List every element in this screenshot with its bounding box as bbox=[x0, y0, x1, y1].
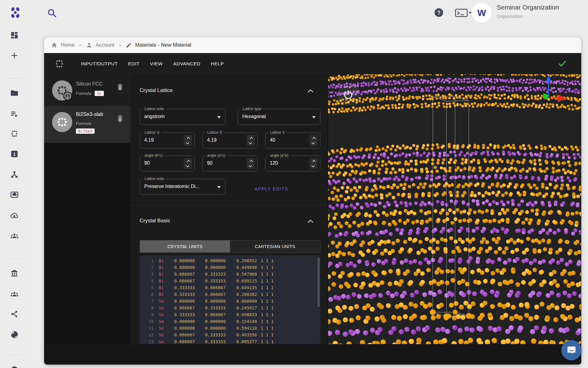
image-library-icon[interactable] bbox=[10, 190, 19, 199]
console-dropdown-icon[interactable] bbox=[455, 8, 472, 17]
tab-cartesian-units[interactable]: CARTESIAN UNITS bbox=[230, 240, 320, 252]
basis-row[interactable]: 12Se0.6666670.3333330.4035561 1 1 bbox=[140, 332, 320, 338]
crystal-editor-panel: Crystal Lattice Lattice units angstrom L… bbox=[130, 74, 328, 344]
basis-units-tabs: CRYSTAL UNITS CARTESIAN UNITS bbox=[140, 240, 320, 253]
material-item-silicon-fcc[interactable]: Silicon FCC Formula:Si bbox=[44, 74, 130, 106]
menu-view[interactable]: VIEW bbox=[145, 58, 168, 70]
basis-row[interactable]: 10Se0.0000000.0000000.1541401 1 1 bbox=[140, 318, 320, 325]
share-icon[interactable] bbox=[10, 310, 19, 318]
basis-row[interactable]: 8Se0.6666670.3333330.2494171 1 1 bbox=[140, 305, 320, 311]
edit-mode-select[interactable]: Lattice units Preserve Interatomic Di... bbox=[140, 179, 225, 195]
lattice-units-select[interactable]: Lattice units angstrom bbox=[140, 109, 225, 125]
basis-table-scrollbar[interactable] bbox=[318, 258, 320, 307]
basis-row[interactable]: 1Bi0.0000000.0000000.2985521 1 1 bbox=[140, 257, 320, 264]
menu-items: INPUT/OUTPUT EDIT VIEW ADVANCED HELP bbox=[76, 58, 229, 70]
breadcrumb-home[interactable]: Home bbox=[51, 42, 74, 48]
menu-advanced[interactable]: ADVANCED bbox=[168, 58, 205, 70]
editor-menubar: INPUT/OUTPUT EDIT VIEW ADVANCED HELP bbox=[44, 53, 581, 74]
workflow-hub-icon[interactable] bbox=[10, 170, 19, 179]
number-stepper[interactable] bbox=[247, 158, 255, 169]
org-name: Seminar Organization bbox=[497, 4, 559, 11]
basis-row[interactable]: 9Se0.3333330.6666670.4988331 1 1 bbox=[140, 311, 320, 318]
delete-material-icon[interactable] bbox=[116, 83, 124, 91]
basis-row[interactable]: 11Se0.0000000.0000000.5941101 1 1 bbox=[140, 325, 320, 332]
chat-fab[interactable] bbox=[561, 340, 582, 360]
svg-text:1: 1 bbox=[13, 151, 16, 157]
angle-ac-input[interactable]: angle (a^c) 90 bbox=[202, 155, 258, 171]
materials-list-panel: Silicon FCC Formula:Si bbox=[44, 74, 130, 344]
globe-secondary-icon[interactable] bbox=[10, 366, 19, 368]
saved-check-icon bbox=[558, 60, 567, 67]
menu-edit[interactable]: EDIT bbox=[123, 58, 145, 70]
menu-input-output[interactable]: INPUT/OUTPUT bbox=[76, 58, 123, 70]
breadcrumb: Home > Account > Materials - New Materia… bbox=[44, 37, 581, 53]
bank-icon[interactable] bbox=[10, 269, 19, 278]
cloud-upload-icon[interactable] bbox=[10, 211, 19, 220]
avatar[interactable]: W bbox=[472, 3, 492, 23]
jobs-one-icon[interactable]: 1 bbox=[10, 150, 19, 158]
globe-icon[interactable] bbox=[10, 330, 19, 339]
formula-chip: Si bbox=[95, 91, 104, 96]
material-item-bi2se3-slab[interactable]: Bi2Se3-slab Formula: Bi3Se5 bbox=[44, 106, 130, 143]
number-stepper[interactable] bbox=[309, 158, 318, 169]
lattice-a-input[interactable]: Lattice 'a' 4.19 bbox=[140, 132, 195, 148]
lattice-type-select[interactable]: Lattice type Hexagonal bbox=[238, 109, 320, 125]
chevron-down-icon bbox=[312, 116, 316, 118]
basis-row[interactable]: 3Bi0.6666670.3333330.5479681 1 1 bbox=[140, 271, 320, 278]
basis-row[interactable]: 2Bi0.0000000.0000000.4496981 1 1 bbox=[140, 264, 320, 271]
pencil-icon bbox=[126, 42, 132, 48]
groups-icon[interactable] bbox=[10, 232, 19, 240]
left-rail: 1 bbox=[0, 0, 36, 368]
axis-z-arrow bbox=[546, 75, 551, 82]
number-stepper[interactable] bbox=[184, 158, 192, 169]
number-stepper[interactable] bbox=[247, 135, 255, 146]
basis-row[interactable]: 4Bi0.6666670.3333330.6991151 1 1 bbox=[140, 278, 320, 284]
collapse-basis-icon[interactable] bbox=[307, 219, 314, 223]
delete-material-icon[interactable] bbox=[116, 114, 124, 122]
rail-divider bbox=[8, 258, 23, 259]
search-icon[interactable] bbox=[47, 8, 57, 18]
apply-edits-button[interactable]: APPLY EDITS bbox=[244, 184, 299, 194]
org-info[interactable]: Seminar Organization Organisation bbox=[497, 4, 559, 19]
section-divider bbox=[130, 205, 328, 205]
basis-row[interactable]: 6Bi0.3333330.6666670.2002821 1 1 bbox=[140, 291, 320, 298]
crystal-lattice-title: Crystal Lattice bbox=[140, 87, 173, 94]
angle-bc-input[interactable]: angle (b^c) 90 bbox=[140, 155, 195, 171]
breadcrumb-separator: > bbox=[119, 43, 122, 48]
team-icon[interactable] bbox=[10, 290, 19, 298]
axes-gizmo[interactable] bbox=[530, 74, 579, 108]
breadcrumb-account[interactable]: Account bbox=[86, 42, 114, 48]
chat-bubble-icon bbox=[566, 345, 577, 355]
angle-ab-input[interactable]: angle (a^b) 120 bbox=[265, 155, 320, 171]
power-button[interactable] bbox=[338, 84, 359, 105]
collapse-lattice-icon[interactable] bbox=[307, 89, 314, 93]
basis-table[interactable]: 1Bi0.0000000.0000000.2985521 1 12Bi0.000… bbox=[140, 255, 320, 344]
help-icon[interactable]: ? bbox=[434, 8, 444, 17]
lattice-b-input[interactable]: Lattice 'b' 4.19 bbox=[202, 132, 258, 148]
breadcrumb-separator: > bbox=[79, 43, 81, 48]
number-stepper[interactable] bbox=[184, 135, 192, 146]
number-stepper[interactable] bbox=[309, 135, 318, 146]
page-title: Materials - New Material bbox=[135, 42, 191, 48]
menu-help[interactable]: HELP bbox=[205, 58, 229, 70]
structure-3d-viewport[interactable] bbox=[328, 74, 581, 344]
person-icon bbox=[86, 42, 92, 48]
folder-icon[interactable] bbox=[10, 89, 19, 98]
home-icon bbox=[51, 42, 58, 48]
lattice-c-input[interactable]: Lattice 'c' 40 bbox=[265, 132, 320, 148]
basis-row[interactable]: 7Se0.0000000.0000000.0000001 1 1 bbox=[140, 298, 320, 305]
dashboard-icon[interactable] bbox=[10, 31, 19, 40]
basis-table-body: 1Bi0.0000000.0000000.2985521 1 12Bi0.000… bbox=[140, 257, 320, 344]
breadcrumb-current-page[interactable]: Materials - New Material bbox=[126, 42, 191, 48]
molecule-icon[interactable] bbox=[10, 129, 19, 138]
material-avatar bbox=[51, 111, 73, 133]
axis-y-arrow bbox=[543, 93, 548, 100]
crystal-basis-title: Crystal Basis bbox=[140, 218, 170, 224]
org-type: Organisation bbox=[497, 13, 559, 19]
add-icon[interactable] bbox=[10, 51, 19, 60]
basis-row[interactable]: 5Bi0.3333330.6666670.0491351 1 1 bbox=[140, 284, 320, 291]
tab-crystal-units[interactable]: CRYSTAL UNITS bbox=[140, 240, 230, 252]
basis-row[interactable]: 13Se0.6666670.3333330.0952771 1 1 bbox=[140, 338, 320, 344]
rail-divider bbox=[8, 78, 23, 79]
playlist-play-icon[interactable] bbox=[10, 109, 19, 118]
